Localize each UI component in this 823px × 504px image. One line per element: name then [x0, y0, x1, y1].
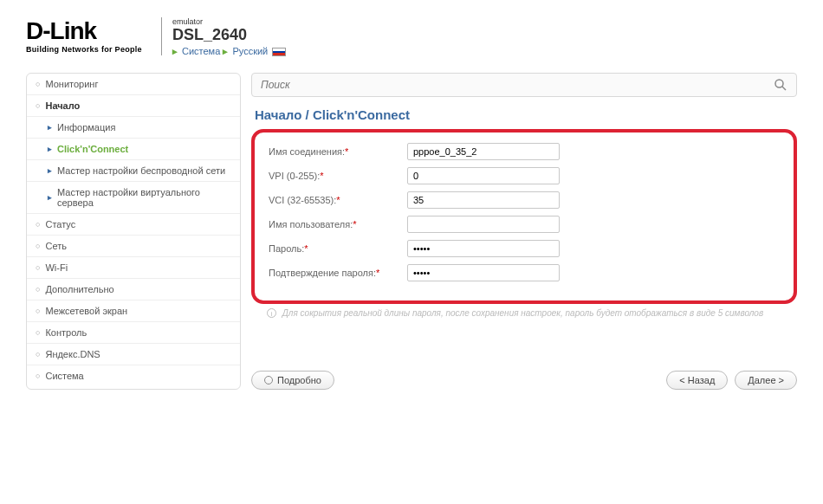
label-text: Имя пользователя: — [269, 219, 353, 229]
back-button[interactable]: < Назад — [666, 371, 728, 390]
model-block: emulator DSL_2640 ▸ Система ▸ Русский — [172, 17, 286, 57]
sidebar-item-label: Статус — [45, 219, 75, 229]
sidebar-item-0[interactable]: ○Мониторинг — [27, 74, 240, 95]
chevron-right-icon: ▸ — [48, 166, 52, 175]
form-row-3: Имя пользователя:* — [269, 216, 780, 233]
sidebar-item-6[interactable]: ○Статус — [27, 214, 240, 236]
sidebar-item-10[interactable]: ○Межсетевой экран — [27, 300, 240, 322]
bullet-icon: ○ — [36, 328, 40, 337]
label-text: VPI (0-255): — [269, 171, 320, 181]
form-input-5[interactable] — [407, 264, 560, 281]
required-marker: * — [336, 195, 340, 205]
form-label: VPI (0-255):* — [269, 171, 407, 181]
main-content: Начало / Click'n'Connect Имя соединения:… — [251, 73, 797, 390]
sidebar-item-13[interactable]: ○Система — [27, 365, 240, 386]
sidebar-item-8[interactable]: ○Wi-Fi — [27, 257, 240, 279]
bullet-icon: ○ — [36, 372, 40, 380]
sidebar-item-3[interactable]: ▸Click'n'Connect — [27, 139, 240, 160]
form-label: VCI (32-65535):* — [269, 195, 407, 205]
sidebar-item-label: Межсетевой экран — [45, 306, 127, 316]
sidebar-item-2[interactable]: ▸Информация — [27, 117, 240, 139]
form-label: Имя соединения:* — [269, 146, 407, 157]
next-button[interactable]: Далее > — [735, 371, 797, 390]
svg-point-0 — [775, 80, 783, 87]
sidebar-item-label: Яндекс.DNS — [45, 349, 100, 359]
sidebar-item-label: Информация — [57, 122, 115, 132]
chevron-right-icon: ▸ — [48, 193, 52, 202]
sidebar-item-1[interactable]: ○Начало — [27, 95, 240, 117]
form-label: Имя пользователя:* — [269, 219, 407, 229]
form-label: Подтверждение пароля:* — [269, 268, 407, 278]
form-input-2[interactable] — [407, 191, 560, 209]
logo: D-Link Building Networks for People — [26, 17, 142, 54]
bullet-icon: ○ — [36, 285, 40, 294]
sidebar-item-label: Мастер настройки виртуального сервера — [57, 187, 231, 208]
form-input-0[interactable] — [407, 143, 560, 160]
form-panel: Имя соединения:*VPI (0-255):*VCI (32-655… — [251, 129, 797, 304]
required-marker: * — [376, 268, 379, 278]
required-marker: * — [304, 243, 308, 254]
sidebar-item-label: Дополнительно — [45, 284, 113, 294]
search-icon[interactable] — [774, 78, 787, 92]
breadcrumb-root[interactable]: Начало — [255, 107, 301, 122]
header: D-Link Building Networks for People emul… — [26, 17, 797, 57]
sidebar-item-label: Сеть — [45, 241, 66, 251]
sidebar-item-label: Wi-Fi — [45, 262, 68, 273]
logo-tagline: Building Networks for People — [26, 45, 142, 54]
label-text: Пароль: — [269, 243, 304, 254]
hint-text: Для сокрытия реальной длины пароля, посл… — [282, 308, 763, 318]
circle-icon — [264, 376, 273, 384]
sidebar-item-9[interactable]: ○Дополнительно — [27, 279, 240, 300]
sidebar: ○Мониторинг○Начало▸Информация▸Click'n'Co… — [26, 73, 241, 390]
form-input-1[interactable] — [407, 167, 560, 184]
form-label: Пароль:* — [269, 243, 407, 254]
emulator-label: emulator — [172, 17, 286, 26]
arrow-icon: ▸ — [172, 46, 178, 56]
chevron-right-icon: ▸ — [48, 123, 52, 132]
sidebar-item-5[interactable]: ▸Мастер настройки виртуального сервера — [27, 182, 240, 214]
svg-line-1 — [782, 87, 786, 90]
model-name: DSL_2640 — [172, 26, 286, 44]
sidebar-item-label: Click'n'Connect — [57, 144, 128, 154]
bullet-icon: ○ — [36, 220, 40, 229]
system-link[interactable]: Система — [182, 46, 220, 56]
bullet-icon: ○ — [36, 242, 40, 250]
form-row-2: VCI (32-65535):* — [269, 191, 780, 209]
details-button[interactable]: Подробно — [251, 371, 334, 390]
label-text: Имя соединения: — [269, 146, 345, 157]
bullet-icon: ○ — [36, 101, 40, 110]
form-input-3[interactable] — [407, 216, 560, 233]
required-marker: * — [345, 146, 348, 157]
language-link[interactable]: Русский — [232, 46, 268, 56]
breadcrumb-sep: / — [306, 107, 309, 122]
form-row-1: VPI (0-255):* — [269, 167, 780, 184]
sidebar-item-label: Мониторинг — [45, 79, 98, 89]
sidebar-item-12[interactable]: ○Яндекс.DNS — [27, 344, 240, 365]
password-hint: i Для сокрытия реальной длины пароля, по… — [267, 307, 797, 319]
form-row-4: Пароль:* — [269, 240, 780, 257]
bullet-icon: ○ — [36, 350, 40, 359]
bullet-icon: ○ — [36, 307, 40, 315]
sidebar-item-11[interactable]: ○Контроль — [27, 322, 240, 344]
label-text: VCI (32-65535): — [269, 195, 336, 205]
form-input-4[interactable] — [407, 240, 560, 257]
details-label: Подробно — [277, 375, 321, 385]
flag-icon — [272, 48, 286, 56]
chevron-right-icon: ▸ — [48, 145, 52, 153]
logo-text: D-Link — [26, 17, 142, 45]
button-bar: Подробно < Назад Далее > — [251, 371, 797, 390]
sidebar-item-label: Система — [45, 371, 83, 381]
breadcrumb-page: Click'n'Connect — [313, 107, 410, 122]
header-divider — [161, 17, 162, 55]
sidebar-item-4[interactable]: ▸Мастер настройки беспроводной сети — [27, 160, 240, 182]
sidebar-item-label: Начало — [45, 100, 80, 111]
search-box[interactable] — [251, 73, 797, 97]
sidebar-item-7[interactable]: ○Сеть — [27, 236, 240, 257]
arrow-icon: ▸ — [223, 46, 228, 56]
label-text: Подтверждение пароля: — [269, 268, 376, 278]
bullet-icon: ○ — [36, 80, 40, 88]
header-crumbs: ▸ Система ▸ Русский — [172, 46, 286, 57]
sidebar-item-label: Мастер настройки беспроводной сети — [57, 165, 225, 176]
search-input[interactable] — [261, 79, 774, 91]
form-row-0: Имя соединения:* — [269, 143, 780, 160]
